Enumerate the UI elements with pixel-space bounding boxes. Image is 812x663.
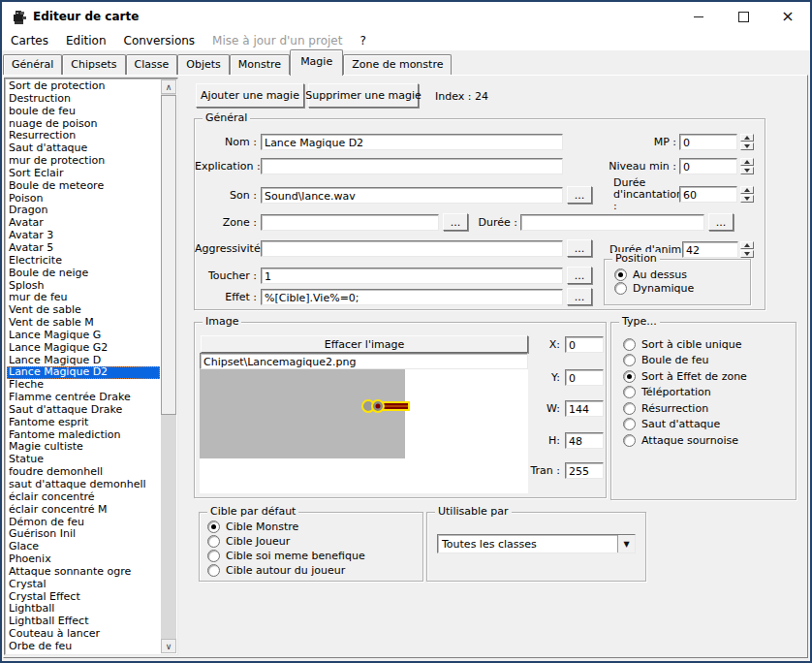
list-item[interactable]: Avatar 3 [7, 230, 160, 242]
radio-option[interactable]: Dynamique [614, 281, 746, 295]
effet-browse-button[interactable]: ... [567, 288, 592, 305]
menu-item[interactable]: Conversions [115, 31, 204, 50]
list-item[interactable]: nuage de poison [7, 118, 160, 131]
maximize-button[interactable] [721, 2, 765, 31]
list-item[interactable]: Flamme centrée Drake [7, 392, 160, 404]
spin-down-icon[interactable] [740, 167, 754, 174]
radio-option[interactable]: Cible Joueur [207, 534, 419, 549]
list-item[interactable]: Lance Magique G [7, 330, 160, 342]
list-item[interactable]: Saut d'attaque Drake [7, 404, 160, 417]
anim-spinner[interactable] [740, 241, 754, 258]
spin-down-icon[interactable] [740, 195, 754, 203]
radio-option[interactable]: Saut d'attaque [623, 417, 792, 433]
menu-item[interactable]: Edition [57, 31, 115, 50]
list-item[interactable]: mur de feu [7, 292, 160, 304]
aggressivite-browse-button[interactable]: ... [567, 239, 592, 257]
anim-field[interactable]: 42 [682, 241, 738, 258]
list-item[interactable]: Crystal Effect [7, 591, 160, 604]
list-item[interactable]: foudre demonhell [7, 466, 160, 479]
list-item[interactable]: Dragon [7, 205, 160, 217]
list-item[interactable]: mur de protection [7, 155, 160, 168]
list-item[interactable]: Saut d'attaque [7, 142, 160, 155]
list-item[interactable]: boule de feu [7, 106, 160, 118]
incantation-spinner[interactable] [740, 186, 754, 203]
list-item[interactable]: Lance Magique D2 [7, 366, 160, 379]
list-item[interactable]: Magie cultiste [7, 441, 160, 454]
minimize-button[interactable] [676, 2, 721, 31]
radio-option[interactable]: Résurrection [623, 400, 792, 417]
tab[interactable]: Général [3, 54, 62, 75]
combo-dropdown-button[interactable]: ▼ [617, 535, 635, 552]
spin-up-icon[interactable] [740, 158, 754, 166]
tab[interactable]: Chipsets [62, 54, 125, 75]
list-item[interactable]: Fantome malediction [7, 429, 160, 442]
spin-up-icon[interactable] [740, 134, 754, 142]
list-item[interactable]: Crystal [7, 579, 160, 591]
tab[interactable]: Monstre [230, 54, 290, 75]
h-field[interactable]: 48 [565, 432, 604, 449]
list-item[interactable]: Boule de neige [7, 268, 160, 280]
list-item[interactable]: Vent de sable M [7, 317, 160, 330]
radio-option[interactable]: Boule de feu [623, 353, 792, 369]
explication-field[interactable] [261, 158, 563, 174]
spin-up-icon[interactable] [740, 186, 754, 194]
list-item[interactable]: Fantome esprit [7, 417, 160, 429]
list-scrollbar[interactable]: ∧ ∨ [161, 79, 176, 653]
duree-browse-button[interactable]: ... [708, 213, 734, 231]
radio-option[interactable]: Attaque sournoise [623, 432, 792, 449]
tab[interactable]: Zone de monstre [343, 54, 452, 75]
mp-field[interactable]: 0 [679, 134, 737, 150]
list-item[interactable]: Attaque sonnante ogre [7, 566, 160, 579]
radio-option[interactable]: Cible soi meme benefique [207, 549, 419, 563]
mp-spinner[interactable] [740, 134, 754, 150]
clear-image-button[interactable]: Effacer l'image [201, 335, 528, 353]
list-item[interactable]: Boule de meteore [7, 180, 160, 193]
list-item[interactable]: Orbe de feu [7, 641, 160, 653]
nom-field[interactable]: Lance Magique D2 [261, 134, 563, 150]
list-item[interactable]: saut d'attaque demonhell [7, 479, 160, 491]
radio-option[interactable]: Téléportation [623, 385, 792, 401]
aggressivite-field[interactable] [261, 240, 563, 257]
spin-up-icon[interactable] [740, 241, 754, 249]
list-item[interactable]: Resurrection [7, 130, 160, 142]
radio-option[interactable]: Sort à Effet de zone [623, 368, 792, 385]
list-item[interactable]: Glace [7, 541, 160, 553]
toucher-browse-button[interactable]: ... [567, 267, 592, 284]
list-item[interactable]: Poison [7, 193, 160, 205]
scroll-up-button[interactable]: ∧ [161, 79, 176, 94]
niveau-spinner[interactable] [740, 158, 754, 174]
remove-magic-button[interactable]: Supprimer une magie [308, 83, 419, 108]
scrollbar-thumb[interactable] [161, 95, 176, 415]
list-item[interactable]: Sort Eclair [7, 168, 160, 180]
list-item[interactable]: Démon de feu [7, 517, 160, 529]
radio-option[interactable]: Cible autour du joueur [207, 563, 419, 578]
w-field[interactable]: 144 [565, 400, 604, 417]
tran-field[interactable]: 255 [565, 462, 604, 479]
zone-field[interactable] [261, 214, 439, 231]
list-item[interactable]: Splosh [7, 280, 160, 293]
list-item[interactable]: Lightball Effect [7, 616, 160, 628]
toucher-field[interactable]: 1 [261, 268, 563, 284]
niveau-field[interactable]: 0 [679, 158, 737, 174]
son-browse-button[interactable]: ... [567, 186, 592, 204]
list-item[interactable]: Sort de protection [7, 80, 160, 93]
effet-field[interactable]: %[Cible].Vie%=0; [261, 289, 563, 305]
incantation-field[interactable]: 60 [679, 186, 737, 203]
list-item[interactable]: Vent de sable [7, 304, 160, 317]
list-item[interactable]: Statue [7, 454, 160, 466]
list-item[interactable]: Phoenix [7, 553, 160, 566]
tab[interactable]: Classe [126, 54, 178, 75]
image-path-field[interactable]: Chipset\Lancemagique2.png [200, 353, 528, 369]
x-field[interactable]: 0 [565, 336, 604, 353]
list-item[interactable]: Avatar 5 [7, 242, 160, 255]
son-field[interactable]: Sound\lance.wav [261, 187, 563, 204]
add-magic-button[interactable]: Ajouter une magie [196, 83, 304, 108]
y-field[interactable]: 0 [565, 369, 604, 386]
tab[interactable]: Magie [290, 49, 343, 76]
list-item[interactable]: Avatar [7, 217, 160, 230]
list-item[interactable]: Lance Magique D [7, 355, 160, 367]
list-item[interactable]: Destruction [7, 93, 160, 106]
menu-item[interactable]: ? [351, 31, 374, 50]
list-item[interactable]: Lance Magique G2 [7, 342, 160, 355]
close-button[interactable]: × [765, 2, 810, 31]
